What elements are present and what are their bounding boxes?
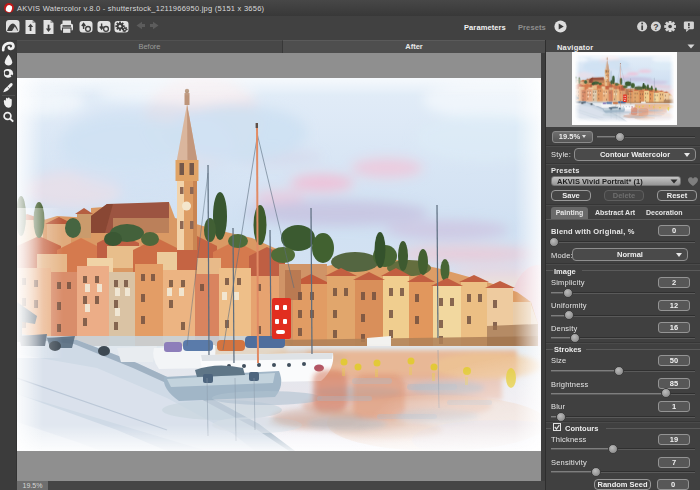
svg-text:?: ? [653, 22, 658, 32]
